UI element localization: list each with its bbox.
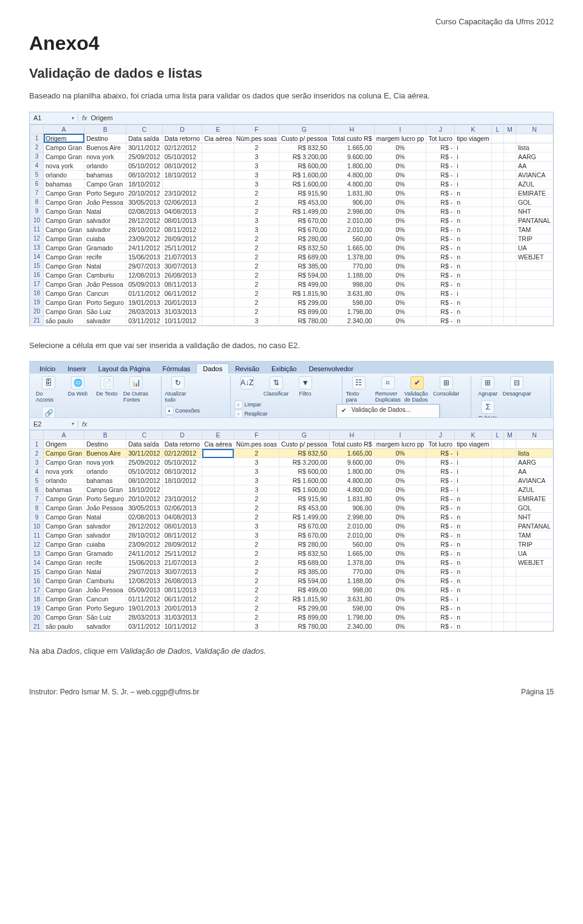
cell[interactable]: [503, 467, 516, 476]
cell[interactable]: [202, 307, 234, 316]
cell[interactable]: 28/03/2013: [126, 307, 163, 316]
cell[interactable]: nova york: [44, 467, 84, 476]
ribbon-tab[interactable]: Início: [33, 364, 61, 374]
cell[interactable]: 20/01/2013: [162, 604, 202, 613]
ribbon-tab[interactable]: Fórmulas: [157, 364, 197, 374]
cell[interactable]: 2.010,00: [329, 531, 374, 540]
cell[interactable]: n: [455, 234, 492, 243]
cell[interactable]: [202, 467, 234, 476]
cell[interactable]: 25/09/2012: [126, 458, 163, 467]
row-number[interactable]: 9: [30, 207, 44, 216]
cell[interactable]: 2.998,00: [329, 207, 374, 216]
cell[interactable]: [503, 577, 516, 586]
cell[interactable]: R$ -: [426, 216, 455, 225]
row-number[interactable]: 6: [30, 179, 44, 188]
row-number[interactable]: 15: [30, 261, 44, 270]
cell[interactable]: João Pessoa: [84, 197, 126, 207]
cell[interactable]: 2: [234, 558, 279, 567]
cell[interactable]: R$ -: [426, 289, 455, 298]
cell[interactable]: 12/08/2013: [126, 577, 163, 586]
cell[interactable]: 21/07/2013: [162, 558, 202, 567]
cell[interactable]: 1.665,00: [329, 243, 374, 252]
cell[interactable]: R$ 915,90: [279, 188, 329, 197]
cell[interactable]: 3: [234, 522, 279, 531]
spreadsheet-grid-2[interactable]: ABCDEFGHIJKLMN 1OrigemDestinoData saídaD…: [30, 430, 553, 631]
cell[interactable]: [162, 485, 202, 495]
ribbon-tab[interactable]: Revisão: [229, 364, 265, 374]
cell[interactable]: 3: [234, 316, 279, 325]
cell[interactable]: Campo Gran: [44, 558, 84, 567]
cell[interactable]: R$ 385,00: [279, 261, 329, 270]
cell[interactable]: lista: [516, 449, 553, 458]
cell[interactable]: 03/11/2012: [126, 316, 163, 325]
row-number[interactable]: 10: [30, 522, 44, 531]
cell[interactable]: Campo Gran: [44, 458, 84, 467]
cell[interactable]: [202, 595, 234, 604]
row-number[interactable]: 5: [30, 476, 44, 485]
cell[interactable]: [503, 586, 516, 595]
cell[interactable]: 10/11/2012: [162, 622, 202, 631]
cell[interactable]: 0%: [374, 558, 426, 567]
cell[interactable]: 12/08/2013: [126, 270, 163, 279]
cell[interactable]: 28/10/2012: [126, 531, 163, 540]
cell[interactable]: R$ 453,00: [279, 197, 329, 207]
cell[interactable]: [503, 270, 516, 279]
cell[interactable]: 2: [234, 289, 279, 298]
cell[interactable]: R$ 670,00: [279, 522, 329, 531]
cell[interactable]: [202, 549, 234, 558]
cell[interactable]: Campo Gran: [44, 188, 84, 197]
column-header[interactable]: C: [126, 125, 163, 134]
column-header[interactable]: G: [279, 125, 329, 134]
cell[interactable]: 2: [234, 577, 279, 586]
row-number[interactable]: 18: [30, 595, 44, 604]
cell[interactable]: 08/11/2012: [162, 531, 202, 540]
cell[interactable]: [503, 567, 516, 577]
cell[interactable]: R$ -: [426, 577, 455, 586]
cell[interactable]: R$ 600,00: [279, 467, 329, 476]
cell[interactable]: WEBJET: [516, 252, 553, 261]
cell[interactable]: n: [455, 279, 492, 289]
cell[interactable]: TRIP: [516, 540, 553, 549]
cell[interactable]: 560,00: [329, 540, 374, 549]
cell[interactable]: salvador: [84, 316, 126, 325]
cell[interactable]: [202, 179, 234, 188]
sort-az-button[interactable]: A↓Z: [234, 376, 260, 389]
cell[interactable]: [491, 261, 503, 270]
cell[interactable]: R$ -: [426, 531, 455, 540]
ribbon-button[interactable]: 🗄Do Access: [36, 376, 61, 403]
header-cell[interactable]: Data retorno: [162, 134, 202, 143]
cell[interactable]: 0%: [374, 216, 426, 225]
cell[interactable]: 3: [234, 485, 279, 495]
cell[interactable]: 29/07/2013: [126, 261, 163, 270]
cell[interactable]: [202, 458, 234, 467]
cell[interactable]: [491, 188, 503, 197]
cell[interactable]: R$ 280,00: [279, 540, 329, 549]
cell[interactable]: [491, 540, 503, 549]
column-header[interactable]: N: [516, 431, 553, 440]
cell[interactable]: 24/11/2012: [126, 243, 163, 252]
column-header[interactable]: M: [503, 431, 516, 440]
row-number[interactable]: 14: [30, 252, 44, 261]
cell[interactable]: Porto Seguro: [84, 495, 126, 504]
cell[interactable]: São Luiz: [84, 307, 126, 316]
cell[interactable]: 21/07/2013: [162, 252, 202, 261]
cell[interactable]: 1.378,00: [329, 558, 374, 567]
ribbon-tab[interactable]: Exibição: [265, 364, 303, 374]
cell[interactable]: [202, 449, 234, 458]
cell[interactable]: [503, 161, 516, 170]
cell[interactable]: Campo Gran: [44, 549, 84, 558]
cell[interactable]: Campo Gran: [44, 252, 84, 261]
header-cell[interactable]: tipo viagem: [455, 440, 492, 449]
row-number[interactable]: 2: [30, 449, 44, 458]
cell[interactable]: 0%: [374, 234, 426, 243]
cell[interactable]: [516, 289, 553, 298]
cell[interactable]: 04/08/2013: [162, 513, 202, 522]
cell[interactable]: 0%: [374, 161, 426, 170]
cell[interactable]: [491, 279, 503, 289]
cell[interactable]: R$ 499,00: [279, 586, 329, 595]
cell[interactable]: R$ 1.600,00: [279, 170, 329, 179]
cell[interactable]: [503, 252, 516, 261]
cell[interactable]: R$ -: [426, 207, 455, 216]
cell[interactable]: 02/08/2013: [126, 207, 163, 216]
cell[interactable]: [503, 485, 516, 495]
